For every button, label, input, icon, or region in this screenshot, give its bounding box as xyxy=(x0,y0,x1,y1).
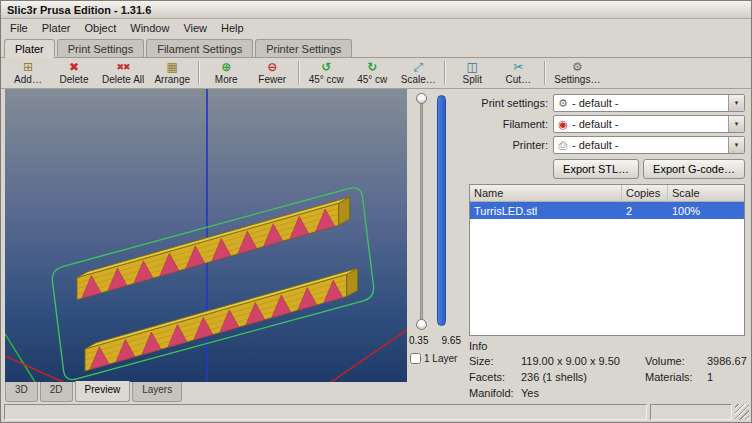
delete-all-button[interactable]: ✖✖ Delete All xyxy=(97,59,149,88)
printer-select[interactable]: ⎙ - default - ▾ xyxy=(553,136,745,154)
arrange-button[interactable]: ▦ Arrange xyxy=(149,59,195,88)
resize-grip[interactable] xyxy=(735,404,749,420)
object-settings-button[interactable]: ⚙ Settings… xyxy=(549,59,605,88)
rotate-cw-button[interactable]: ↻ 45° cw xyxy=(349,59,395,88)
single-layer-label: 1 Layer xyxy=(424,353,457,364)
object-info-panel: Info Size: 119.00 x 9.00 x 9.50 Volume: … xyxy=(469,340,745,399)
add-button[interactable]: ⊞ Add… xyxy=(5,59,51,88)
object-scale-cell: 100% xyxy=(668,202,744,219)
size-value: 119.00 x 9.00 x 9.50 xyxy=(521,355,645,367)
plater-sidebar: Print settings: ⚙ - default - ▾ Filament… xyxy=(465,89,751,402)
toolbar-separator xyxy=(298,61,300,85)
facets-value: 236 (1 shells) xyxy=(521,371,645,383)
delete-all-icon: ✖✖ xyxy=(117,61,130,74)
split-button[interactable]: ◫ Split xyxy=(449,59,495,88)
menu-window[interactable]: Window xyxy=(123,21,176,35)
rotate-cw-icon: ↻ xyxy=(367,61,377,74)
object-list-header: Name Copies Scale xyxy=(470,185,744,202)
tab-filament-settings[interactable]: Filament Settings xyxy=(146,39,253,57)
print-settings-label: Print settings: xyxy=(469,97,553,109)
view-tab-3d[interactable]: 3D xyxy=(5,382,38,402)
object-list: Name Copies Scale TurrisLED.stl 2 100% xyxy=(469,184,745,336)
filament-label: Filament: xyxy=(469,118,553,130)
layer-max-value: 9.65 xyxy=(442,335,461,346)
more-button[interactable]: ⊕ More xyxy=(203,59,249,88)
chevron-down-icon[interactable]: ▾ xyxy=(728,116,744,132)
add-object-icon: ⊞ xyxy=(23,61,33,74)
object-copies-cell: 2 xyxy=(622,202,668,219)
volume-label: Volume: xyxy=(645,355,707,367)
plater-toolbar: ⊞ Add… ✖ Delete ✖✖ Delete All ▦ Arrange … xyxy=(1,58,751,89)
status-secondary-field xyxy=(650,404,732,420)
export-gcode-button[interactable]: Export G-code… xyxy=(643,159,745,179)
single-layer-toggle[interactable]: 1 Layer xyxy=(410,353,457,364)
column-header-name: Name xyxy=(470,185,622,201)
manifold-label: Manifold: xyxy=(469,387,521,399)
slider-handle-bottom[interactable] xyxy=(416,319,427,330)
split-icon: ◫ xyxy=(467,61,478,74)
column-header-copies: Copies xyxy=(622,185,668,201)
layer-range-slider[interactable] xyxy=(415,93,428,330)
menu-object[interactable]: Object xyxy=(77,21,123,35)
settings-icon: ⚙ xyxy=(572,61,583,74)
3d-viewport[interactable] xyxy=(5,89,407,382)
menu-help[interactable]: Help xyxy=(214,21,251,35)
size-label: Size: xyxy=(469,355,521,367)
tab-plater[interactable]: Plater xyxy=(4,39,55,58)
menu-view[interactable]: View xyxy=(176,21,214,35)
delete-button[interactable]: ✖ Delete xyxy=(51,59,97,88)
status-message-field xyxy=(4,404,647,420)
printer-icon: ⎙ xyxy=(554,137,572,153)
view-tab-layers[interactable]: Layers xyxy=(132,382,182,402)
main-tab-bar: Plater Print Settings Filament Settings … xyxy=(1,37,751,58)
object-name-cell: TurrisLED.stl xyxy=(470,202,622,219)
cut-icon: ✂ xyxy=(513,61,523,74)
layer-slider-panel: 0.35 9.65 1 Layer xyxy=(407,89,465,382)
column-header-scale: Scale xyxy=(668,185,744,201)
more-copies-icon: ⊕ xyxy=(221,61,231,74)
chevron-down-icon[interactable]: ▾ xyxy=(728,95,744,111)
volume-value: 3986.67 xyxy=(707,355,747,367)
window-title: Slic3r Prusa Edition - 1.31.6 xyxy=(7,4,151,16)
view-tab-preview[interactable]: Preview xyxy=(75,381,131,402)
title-bar[interactable]: Slic3r Prusa Edition - 1.31.6 xyxy=(1,1,751,19)
layer-range-values: 0.35 9.65 xyxy=(407,335,461,346)
delete-icon: ✖ xyxy=(69,61,79,74)
viewer-column: 0.35 9.65 1 Layer 3D 2D Preview Layers xyxy=(1,89,465,402)
scale-icon: ⤢ xyxy=(413,61,423,74)
arrange-icon: ▦ xyxy=(167,61,178,74)
print-settings-value: - default - xyxy=(572,95,728,111)
facets-label: Facets: xyxy=(469,371,521,383)
printer-label: Printer: xyxy=(469,139,553,151)
toolbar-separator xyxy=(544,61,546,85)
status-bar xyxy=(1,402,751,422)
export-stl-button[interactable]: Export STL… xyxy=(553,159,639,179)
cut-button[interactable]: ✂ Cut… xyxy=(495,59,541,88)
toolbar-separator xyxy=(444,61,446,85)
fewer-copies-icon: ⊖ xyxy=(267,61,277,74)
filament-select[interactable]: ◉ - default - ▾ xyxy=(553,115,745,133)
slider-handle-top[interactable] xyxy=(416,93,427,104)
tab-print-settings[interactable]: Print Settings xyxy=(57,39,144,57)
materials-value: 1 xyxy=(707,371,747,383)
layer-min-value: 0.35 xyxy=(409,335,428,346)
tab-printer-settings[interactable]: Printer Settings xyxy=(255,39,352,57)
single-layer-checkbox[interactable] xyxy=(410,353,421,364)
fewer-button[interactable]: ⊖ Fewer xyxy=(249,59,295,88)
view-mode-tabs: 3D 2D Preview Layers xyxy=(1,382,465,402)
menu-bar: File Plater Object Window View Help xyxy=(1,19,751,37)
layer-range-bar[interactable] xyxy=(437,95,446,326)
slider-track[interactable] xyxy=(420,98,423,325)
manifold-value: Yes xyxy=(521,387,645,399)
menu-file[interactable]: File xyxy=(3,21,35,35)
rotate-ccw-button[interactable]: ↺ 45° ccw xyxy=(303,59,349,88)
print-settings-icon: ⚙ xyxy=(554,95,572,111)
scale-button[interactable]: ⤢ Scale… xyxy=(395,59,441,88)
materials-label: Materials: xyxy=(645,371,707,383)
chevron-down-icon[interactable]: ▾ xyxy=(728,137,744,153)
print-settings-select[interactable]: ⚙ - default - ▾ xyxy=(553,94,745,112)
table-row[interactable]: TurrisLED.stl 2 100% xyxy=(470,202,744,219)
menu-plater[interactable]: Plater xyxy=(35,21,78,35)
printer-value: - default - xyxy=(572,137,728,153)
view-tab-2d[interactable]: 2D xyxy=(40,382,73,402)
